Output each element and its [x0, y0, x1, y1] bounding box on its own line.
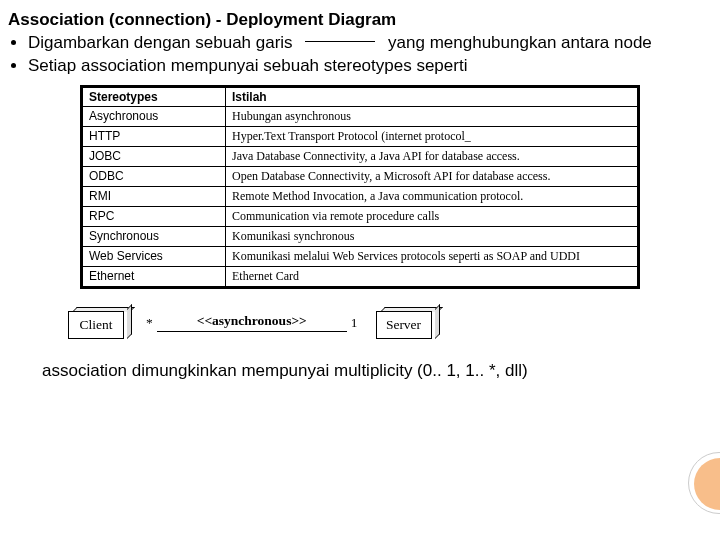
cell-stereotype: Synchronous [82, 226, 226, 246]
bullet-1-text-b: yang menghubungkan antara node [388, 33, 652, 52]
cell-stereotype: Asychronous [82, 106, 226, 126]
cell-stereotype: JOBC [82, 146, 226, 166]
cell-istilah: Komunikasi synchronous [226, 226, 639, 246]
cell-stereotype: Ethernet [82, 266, 226, 287]
association-diagram: Client * <<asynchronous>> 1 Server [68, 307, 712, 339]
server-node: Server [376, 307, 436, 339]
table-header-row: Stereotypes Istilah [82, 86, 639, 106]
cell-istilah: Communication via remote procedure calls [226, 206, 639, 226]
association-connector: * <<asynchronous>> 1 [142, 313, 362, 332]
association-line-icon [157, 331, 347, 332]
association-stereotype-label: <<asynchronous>> [197, 313, 307, 329]
client-node: Client [68, 307, 128, 339]
stereotypes-table: Stereotypes Istilah AsychronousHubungan … [80, 85, 640, 289]
cell-stereotype: RPC [82, 206, 226, 226]
cell-stereotype: ODBC [82, 166, 226, 186]
table-row: AsychronousHubungan asynchronous [82, 106, 639, 126]
bullet-list: Digambarkan dengan sebuah garis yang men… [8, 32, 712, 77]
cell-istilah: Remote Method Invocation, a Java communi… [226, 186, 639, 206]
client-node-label: Client [68, 311, 124, 339]
table-row: ODBCOpen Database Connectivity, a Micros… [82, 166, 639, 186]
table-row: HTTPHyper.Text Transport Protocol (inter… [82, 126, 639, 146]
bullet-1-text-a: Digambarkan dengan sebuah garis [28, 33, 293, 52]
slide-title: Association (connection) - Deployment Di… [8, 10, 712, 30]
left-multiplicity: * [142, 315, 157, 331]
right-multiplicity: 1 [347, 315, 362, 331]
table-row: SynchronousKomunikasi synchronous [82, 226, 639, 246]
footer-text: association dimungkinkan mempunyai multi… [42, 361, 712, 381]
server-node-label: Server [376, 311, 432, 339]
th-stereotypes: Stereotypes [82, 86, 226, 106]
bullet-1: Digambarkan dengan sebuah garis yang men… [28, 32, 712, 53]
cell-istilah: Java Database Connectivity, a Java API f… [226, 146, 639, 166]
cell-stereotype: Web Services [82, 246, 226, 266]
table-row: JOBCJava Database Connectivity, a Java A… [82, 146, 639, 166]
table-row: RMIRemote Method Invocation, a Java comm… [82, 186, 639, 206]
th-istilah: Istilah [226, 86, 639, 106]
cell-stereotype: RMI [82, 186, 226, 206]
cell-istilah: Komunikasi melalui Web Services protocol… [226, 246, 639, 266]
cell-istilah: Ethernet Card [226, 266, 639, 287]
table-row: Web ServicesKomunikasi melalui Web Servi… [82, 246, 639, 266]
line-icon [305, 41, 375, 42]
cell-istilah: Hyper.Text Transport Protocol (internet … [226, 126, 639, 146]
cell-istilah: Open Database Connectivity, a Microsoft … [226, 166, 639, 186]
table-row: RPCCommunication via remote procedure ca… [82, 206, 639, 226]
table-row: EthernetEthernet Card [82, 266, 639, 287]
cell-istilah: Hubungan asynchronous [226, 106, 639, 126]
cell-stereotype: HTTP [82, 126, 226, 146]
bullet-2: Setiap association mempunyai sebuah ster… [28, 55, 712, 76]
